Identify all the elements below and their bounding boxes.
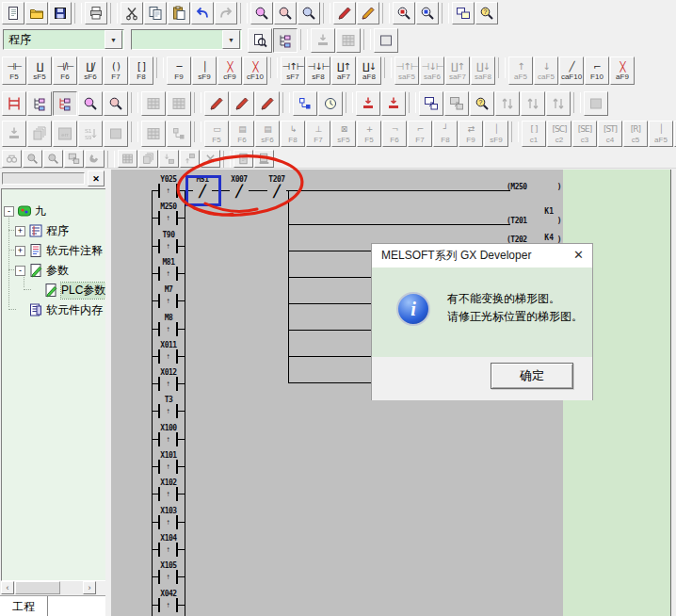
window-jump-button[interactable] [419, 91, 443, 116]
scroll-left-icon[interactable]: ‹ [1, 581, 14, 594]
error-check-button[interactable]: err [53, 121, 77, 147]
tree-item-软元件内存[interactable]: 软元件内存 [15, 301, 103, 318]
tree-item-程序[interactable]: +程序 [15, 222, 69, 239]
tab-project[interactable]: 工程 [0, 596, 48, 616]
ok-button[interactable]: 确定 [491, 363, 573, 389]
ladder-symbol-F6-button[interactable]: ⊣/⊢F6 [53, 57, 77, 85]
ladder-symbol-saF7-button[interactable]: ∐↑saF7 [445, 57, 470, 85]
ladder-symbol-sF5-button[interactable]: ∐sF5 [27, 57, 52, 85]
ladder-symbol-c4-button[interactable]: [ST]c4 [598, 121, 622, 147]
jump-button[interactable] [64, 150, 84, 168]
ladder-check-button[interactable]: ? [475, 2, 498, 24]
contact-X012[interactable]: ↑ [158, 377, 178, 391]
device-test-button[interactable] [393, 2, 415, 24]
ladder-symbol-F8-button[interactable]: ↳F8 [281, 121, 305, 147]
label-mark-button[interactable] [357, 2, 379, 24]
coil-M250[interactable]: (M250) [507, 183, 561, 191]
window-jump2-button[interactable] [444, 91, 469, 116]
block-exchange-button[interactable] [293, 91, 317, 116]
contact-edit-button[interactable] [230, 91, 254, 116]
contact-X101[interactable]: ↑ [158, 460, 178, 474]
monitor-stop-button[interactable] [167, 91, 191, 116]
ladder-symbol-aF9-button[interactable]: ╳aF9 [610, 57, 635, 85]
contact-M7[interactable]: ↑ [158, 294, 178, 308]
project-tree-toggle-button[interactable] [273, 28, 298, 53]
ladder-symbol-F5-button[interactable]: ▭F5 [204, 121, 229, 147]
ladder-symbol-F7-button[interactable]: ( )F7 [104, 57, 128, 85]
ladder-symbol-c1-button[interactable]: [ ]c1 [522, 121, 546, 147]
ladder-symbol-F7-button[interactable]: ⌐F7 [408, 121, 432, 147]
ladder-symbol-cF10-button[interactable]: ╳cF10 [243, 57, 267, 85]
delete-box-button[interactable] [201, 150, 220, 168]
program-list-button[interactable] [374, 28, 398, 53]
ladder-symbol-c2-button[interactable]: [SC]c2 [547, 121, 571, 147]
macro-a-button[interactable] [311, 28, 335, 53]
contact-M81[interactable]: ↑ [158, 267, 178, 281]
call-button[interactable] [85, 150, 105, 168]
ladder-symbol-caF5-button[interactable]: ↓caF5 [534, 57, 558, 85]
ladder-display-button[interactable] [2, 91, 26, 116]
comment-display-button[interactable] [248, 28, 272, 53]
cut-button[interactable] [121, 2, 143, 24]
ladder-symbol-sF9-button[interactable]: │sF9 [192, 57, 217, 85]
project-tree[interactable]: -九+程序+软元件注释-参数PLC参数软元件内存 [1, 188, 106, 581]
ladder-symbol-F5-button[interactable]: ⊣⊢F5 [2, 57, 26, 85]
find-button[interactable] [250, 2, 273, 24]
chevron-down-icon[interactable]: ▼ [222, 30, 240, 49]
grid-view-button[interactable] [141, 121, 166, 147]
ladder-symbol-F9-button[interactable]: ─F9 [167, 57, 191, 85]
find-contact-button[interactable] [78, 91, 103, 116]
stamp-b-button[interactable] [381, 91, 406, 116]
ladder-symbol-F9-button[interactable]: ⇄F9 [459, 121, 483, 147]
contact-T207[interactable]: ╱ [267, 184, 286, 198]
mini-view-button[interactable] [584, 91, 608, 116]
device-batch-button[interactable] [416, 2, 439, 24]
ladder-symbol-F6-button[interactable]: ¬F6 [382, 121, 407, 147]
panel-drag-groove[interactable] [2, 172, 85, 185]
tree-item-软元件注释[interactable]: +软元件注释 [15, 242, 103, 259]
contact-M250[interactable]: ↑ [158, 211, 178, 225]
ladder-symbol-caF10-button[interactable]: ╱caF10 [559, 57, 584, 85]
ladder-symbol-saF6-button[interactable]: ⊣↓⊢saF6 [420, 57, 444, 85]
contact-X104[interactable]: ↑ [158, 543, 178, 557]
statement-tree-button[interactable] [53, 91, 77, 116]
block-fill-button[interactable] [104, 121, 128, 147]
device-edit-button[interactable] [204, 91, 229, 116]
sort-2-button[interactable] [521, 91, 545, 116]
tree-item-PLC参数[interactable]: PLC参数 [30, 282, 105, 299]
ladder-symbol-aF5-button[interactable]: ↑aF5 [508, 57, 533, 85]
ladder-mark-button[interactable] [333, 2, 356, 24]
ladder-symbol-F5-button[interactable]: +F5 [357, 121, 381, 147]
paste-button[interactable] [168, 2, 190, 24]
ladder-symbol-F6-button[interactable]: ▤F6 [230, 121, 254, 147]
new-button[interactable] [2, 2, 24, 24]
contact-T3[interactable]: ↑ [158, 404, 178, 418]
sort-3-button[interactable] [546, 91, 571, 116]
ladder-symbol-sF9-button[interactable]: │sF9 [484, 121, 508, 147]
undo-button[interactable] [191, 2, 214, 24]
ladder-symbol-c5-button[interactable]: [R]c5 [623, 121, 648, 147]
contact-X011[interactable]: ↑ [158, 349, 178, 364]
contact-X042[interactable]: ↑ [158, 598, 178, 612]
doc-hand-button[interactable] [254, 150, 274, 168]
time-check-button[interactable] [318, 91, 343, 116]
contact-X007[interactable]: ╱ [230, 184, 249, 198]
copy-block-button[interactable] [27, 121, 52, 147]
contact-X103[interactable]: ↑ [158, 515, 178, 529]
scroll-right-icon[interactable]: › [83, 581, 96, 594]
window-split-button[interactable] [452, 2, 475, 24]
find-coil-button[interactable] [104, 91, 128, 116]
collapse-icon[interactable]: - [4, 206, 14, 217]
redo-button[interactable] [215, 2, 237, 24]
data-type-combo[interactable]: 程序 ▼ [3, 29, 124, 50]
doc-save-button[interactable] [233, 150, 253, 168]
ladder-symbol-F7-button[interactable]: ⊥F7 [306, 121, 330, 147]
print-button[interactable] [85, 2, 107, 24]
copy-stack-button[interactable] [138, 150, 158, 168]
dialog-close-icon[interactable]: ✕ [573, 248, 584, 262]
step-run-button[interactable]: S1S9 [78, 121, 103, 147]
comment-tree-button[interactable] [27, 91, 52, 116]
find-binoculars-button[interactable] [2, 150, 22, 168]
stamp-down-button[interactable] [2, 121, 26, 147]
contact-T90[interactable]: ↑ [158, 239, 178, 253]
